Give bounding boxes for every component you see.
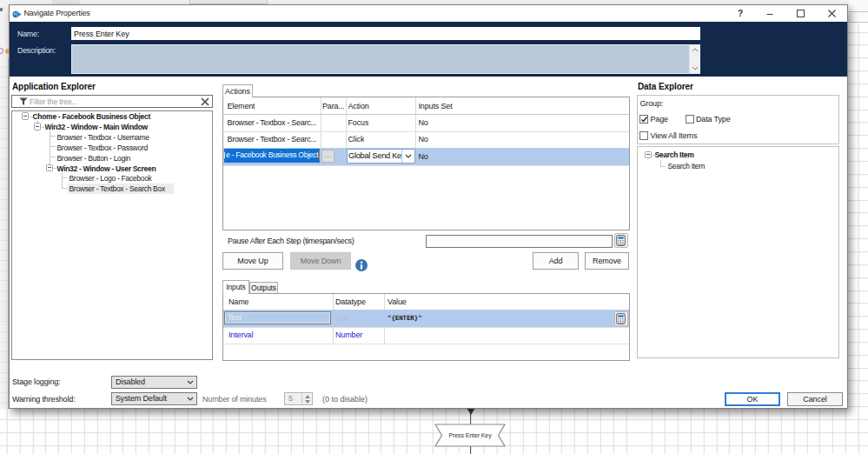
name-label: Name: <box>17 30 39 38</box>
minutes-spinner[interactable]: 5 <box>284 392 313 405</box>
collapse-icon[interactable] <box>46 164 54 172</box>
collapse-icon[interactable] <box>645 151 653 159</box>
tree-item[interactable]: Chome - Facebook Business Object <box>12 111 212 122</box>
group-box: Group: Page Data Type View All Items <box>637 95 839 144</box>
tab-actions[interactable]: Actions <box>222 84 253 97</box>
row-separator <box>223 344 629 344</box>
window-title: Navigate Properties <box>24 9 90 17</box>
warning-threshold-value: System Default <box>116 394 167 403</box>
action-row-element[interactable]: Browser - Textbox - Searc... <box>228 134 320 144</box>
page-checkbox-label[interactable]: Page <box>651 115 668 124</box>
pause-after-each-step-input[interactable] <box>426 235 613 248</box>
chevron-down-icon <box>187 397 194 401</box>
close-button[interactable] <box>820 5 843 22</box>
warning-threshold-dropdown[interactable]: System Default <box>111 392 197 405</box>
add-button[interactable]: Add <box>533 252 579 270</box>
collapse-icon[interactable] <box>34 123 42 130</box>
inputs-table[interactable]: Name Datatype Value Text Text "{ENTER}" … <box>222 293 630 361</box>
input-datatype[interactable]: Text <box>335 313 349 324</box>
column-header-action[interactable]: Action <box>348 101 369 111</box>
stage-logging-label: Stage logging: <box>12 377 60 386</box>
expression-builder-button[interactable] <box>614 311 629 326</box>
disable-hint-label: (0 to disable) <box>322 395 368 404</box>
minimize-button[interactable] <box>759 5 781 22</box>
filter-funnel-icon <box>19 97 28 106</box>
row-separator <box>223 327 629 328</box>
screen: Press Enter Key Navigate Properties ? <box>0 0 868 454</box>
title-bar[interactable]: Navigate Properties ? <box>10 5 847 22</box>
dropdown-chevron[interactable] <box>401 150 414 163</box>
column-header-datatype[interactable]: Datatype <box>335 297 366 307</box>
scroll-down-icon[interactable] <box>692 66 699 70</box>
action-row-inputs-set[interactable]: No <box>419 151 428 162</box>
input-name[interactable]: Interval <box>229 330 253 340</box>
background-left-panel <box>0 0 9 409</box>
filter-tree-input[interactable]: Filter the tree... <box>11 95 213 108</box>
tab-outputs[interactable]: Outputs <box>249 282 278 293</box>
action-row-action[interactable]: Click <box>348 134 365 144</box>
help-button[interactable]: ? <box>729 5 752 22</box>
maximize-button[interactable] <box>789 5 812 22</box>
description-input[interactable] <box>71 44 700 74</box>
column-header-params[interactable]: Para... <box>322 101 344 111</box>
name-input[interactable]: Press Enter Key <box>71 27 700 40</box>
tree-item[interactable]: Browser - Textbox - Password <box>12 143 212 153</box>
info-icon[interactable] <box>355 259 368 271</box>
minutes-value: 5 <box>288 394 293 403</box>
spinner-arrows[interactable] <box>301 393 312 404</box>
remove-button[interactable]: Remove <box>585 252 629 270</box>
tab-inputs[interactable]: Inputs <box>222 280 249 295</box>
column-header-element[interactable]: Element <box>228 101 255 111</box>
flow-arrow-icon <box>467 408 475 415</box>
description-scrollbar[interactable] <box>689 45 699 73</box>
spin-down-icon <box>305 400 310 404</box>
tree-item[interactable]: Browser - Textbox - Username <box>12 132 212 143</box>
filter-clear-icon[interactable] <box>201 97 209 106</box>
data-type-checkbox[interactable] <box>686 115 694 124</box>
action-row-inputs-set[interactable]: No <box>419 117 428 128</box>
tree-item[interactable]: Search Item <box>638 161 838 171</box>
tree-item[interactable]: Search Item <box>638 150 838 160</box>
application-explorer-title: Application Explorer <box>12 82 96 91</box>
move-down-button[interactable]: Move Down <box>290 252 351 270</box>
action-dropdown[interactable]: Global Send Ke <box>347 149 415 164</box>
input-name-edit-cell[interactable]: Text <box>224 311 331 324</box>
tree-item[interactable]: Browser - Button - Login <box>12 153 212 164</box>
warning-threshold-label: Warning threshold: <box>12 395 76 404</box>
tree-item[interactable]: Win32 - Window - Main Window <box>12 122 212 132</box>
page-checkbox[interactable] <box>639 115 648 124</box>
navigate-stage-label: Press Enter Key <box>434 424 506 446</box>
column-header-value[interactable]: Value <box>388 297 407 307</box>
tree-item[interactable]: Browser - Logo - Facebook <box>12 173 212 184</box>
action-row-inputs-set[interactable]: No <box>419 134 428 144</box>
column-header-inputs-set[interactable]: Inputs Set <box>419 101 453 111</box>
column-header-name[interactable]: Name <box>229 297 248 307</box>
blue-prism-icon <box>12 10 22 18</box>
move-up-button[interactable]: Move Up <box>222 252 283 270</box>
collapse-icon[interactable] <box>22 112 30 120</box>
action-row-action[interactable]: Focus <box>348 117 369 128</box>
data-explorer-tree[interactable]: Search Item Search Item <box>637 146 839 358</box>
stage-logging-dropdown[interactable]: Disabled <box>111 376 197 389</box>
dialog-header: Name: Press Enter Key Description: <box>10 22 847 77</box>
scroll-up-icon[interactable] <box>692 48 699 52</box>
actions-table[interactable]: Element Para... Action Inputs Set Browse… <box>222 97 630 230</box>
input-datatype[interactable]: Number <box>335 330 362 340</box>
filter-placeholder: Filter the tree... <box>30 97 77 106</box>
tree-item[interactable]: Win32 - Window - User Screen <box>12 164 212 174</box>
input-value[interactable]: "{ENTER}" <box>388 313 422 324</box>
ok-button[interactable]: OK <box>725 392 780 406</box>
action-row-element[interactable]: Browser - Textbox - Searc... <box>228 117 320 128</box>
cancel-button[interactable]: Cancel <box>787 392 843 406</box>
tree-item-label: Browser - Textbox - Username <box>57 132 149 143</box>
expression-builder-button[interactable] <box>614 233 629 248</box>
tree-item[interactable]: Browser - Textbox - Search Box <box>12 184 212 194</box>
element-edit-cell[interactable]: e - Facebook Business Object <box>224 149 320 163</box>
tree-item-label: Browser - Button - Login <box>57 153 130 164</box>
view-all-items-checkbox[interactable] <box>639 131 648 140</box>
action-dropdown-value: Global Send Ke <box>348 151 402 160</box>
data-type-checkbox-label[interactable]: Data Type <box>696 115 731 124</box>
application-explorer-tree[interactable]: Chome - Facebook Business Object Win32 -… <box>11 110 213 360</box>
view-all-items-checkbox-label[interactable]: View All Items <box>651 131 698 140</box>
element-browse-button[interactable]: ... <box>321 150 335 163</box>
